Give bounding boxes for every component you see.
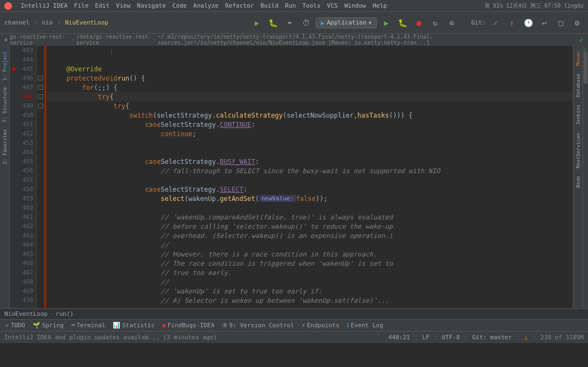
code-line-452: continue; bbox=[46, 129, 573, 138]
settings-button[interactable]: ⚙ bbox=[571, 16, 584, 29]
git-rollback-button[interactable]: ↩ bbox=[538, 16, 551, 29]
fold-455 bbox=[37, 157, 44, 166]
sidebar-right-database[interactable]: Database bbox=[574, 70, 582, 100]
menu-tools[interactable]: Tools bbox=[302, 2, 320, 9]
status-message[interactable]: IntelliJ IDEA and plugin updates availab… bbox=[4, 334, 217, 341]
tab-findbugs[interactable]: ● FindBugs-IDEA bbox=[159, 321, 218, 330]
menu-file[interactable]: File bbox=[74, 2, 89, 9]
sidebar-right-maven[interactable]: Maven bbox=[574, 48, 582, 69]
code-line-454 bbox=[46, 148, 573, 157]
sidebar-tab-project[interactable]: 1: Project bbox=[1, 48, 9, 84]
git-push-button[interactable]: ↑ bbox=[505, 16, 518, 29]
menu-help[interactable]: Help bbox=[372, 2, 387, 9]
update-button[interactable]: ⊙ bbox=[445, 16, 458, 29]
file-path-part1[interactable]: gs-reactive-rest-service bbox=[10, 34, 70, 46]
git-history-button[interactable]: 🕐 bbox=[522, 16, 535, 29]
fold-446[interactable]: - bbox=[37, 74, 44, 83]
line-469: 469 bbox=[10, 286, 36, 296]
code-line-463: // overhead. (Selector.wakeup() is an ex… bbox=[46, 231, 573, 240]
code-editor[interactable]: ; @Override protected void run() { for (… bbox=[46, 46, 573, 308]
breadcrumb-sep-2: › bbox=[57, 19, 61, 26]
fold-gutter: - - - - bbox=[37, 46, 45, 308]
reload-button[interactable]: ↻ bbox=[429, 16, 442, 29]
menu-refactor[interactable]: Refactor bbox=[225, 2, 254, 9]
run-button[interactable]: ▶ bbox=[250, 16, 264, 29]
sidebar-right-bean[interactable]: Bean bbox=[574, 173, 582, 191]
menu-run[interactable]: Run bbox=[285, 2, 296, 9]
tab-todo[interactable]: ✓ TODO bbox=[2, 321, 28, 330]
tab-eventlog[interactable]: ℹ Event Log bbox=[344, 321, 387, 330]
line-461: 461 bbox=[10, 212, 36, 222]
breadcrumb-class[interactable]: NioEventLoop bbox=[65, 19, 108, 26]
line-451: 451 bbox=[10, 120, 36, 129]
bottom-breadcrumb-class[interactable]: NioEventLoop bbox=[4, 310, 47, 317]
terminal-icon: ⌨ bbox=[71, 322, 75, 329]
status-encoding[interactable]: UTF-8 bbox=[442, 334, 460, 341]
sidebar-tab-favorites[interactable]: 2: Favorites bbox=[1, 126, 9, 168]
run-app-button[interactable]: ▶ bbox=[380, 16, 393, 29]
menu-view[interactable]: View bbox=[116, 2, 131, 9]
file-ok-checkmark: ✓ bbox=[579, 35, 584, 44]
menu-edit[interactable]: Edit bbox=[95, 2, 110, 9]
line-468: 468 bbox=[10, 277, 36, 286]
run-config-button[interactable]: ▶ Application ▼ bbox=[316, 17, 377, 28]
scrollbar[interactable]: ✓ bbox=[583, 46, 588, 308]
code-line-455: case SelectStrategy.BUSY_WAIT: bbox=[46, 157, 573, 166]
status-line-sep[interactable]: LF bbox=[422, 334, 430, 341]
endpoints-icon: ⚡ bbox=[302, 322, 305, 329]
fold-456 bbox=[37, 166, 44, 175]
tab-endpoints[interactable]: ⚡ Endpoints bbox=[298, 321, 342, 330]
menu-analyze[interactable]: Analyze bbox=[193, 2, 218, 9]
sidebar-right-jenkins[interactable]: Jenkins bbox=[574, 101, 582, 129]
menu-window[interactable]: Window bbox=[344, 2, 366, 9]
file-path-rest: ~/.m2/repository/io/netty/netty-transpor… bbox=[158, 34, 579, 46]
code-line-469: // 'wakenUp' is set to true too early if… bbox=[46, 286, 573, 296]
fold-449[interactable]: - bbox=[37, 101, 44, 111]
code-line-448: try { bbox=[46, 92, 573, 101]
debug-app-button[interactable]: 🐛 bbox=[396, 16, 409, 29]
fold-447[interactable]: - bbox=[37, 83, 44, 92]
scrollbar-thumb[interactable] bbox=[584, 51, 587, 84]
profile-button[interactable]: ⏱ bbox=[299, 16, 313, 29]
file-path-part2[interactable]: /data/gs-reactive-rest-service bbox=[76, 34, 152, 46]
status-git[interactable]: Git: master bbox=[472, 334, 512, 341]
code-line-445: @Override bbox=[46, 64, 573, 74]
status-bar: IntelliJ IDEA and plugin updates availab… bbox=[0, 331, 588, 343]
menu-vcs[interactable]: VCS bbox=[327, 2, 338, 9]
coverage-button[interactable]: ☂ bbox=[283, 16, 296, 29]
spring-icon: 🌱 bbox=[33, 322, 40, 329]
fold-448[interactable]: - bbox=[37, 92, 44, 101]
status-position[interactable]: 448:21 bbox=[388, 334, 410, 341]
git-commit-button[interactable]: ✓ bbox=[489, 16, 502, 29]
app-logo bbox=[4, 2, 12, 10]
menu-intellij[interactable]: IntelliJ IDEA bbox=[21, 2, 68, 9]
code-line-468: // bbox=[46, 277, 573, 286]
tab-vcs[interactable]: ⑨ 9: Version Control bbox=[219, 321, 297, 330]
code-line-449: try { bbox=[46, 101, 573, 111]
sidebar-tab-structure[interactable]: 7: Structure bbox=[1, 84, 9, 126]
line-445: 445 bbox=[10, 64, 36, 74]
code-line-465: // However, there is a race condition in… bbox=[46, 249, 573, 259]
endpoints-label: Endpoints bbox=[307, 322, 340, 329]
left-sidebar-tabs: 1: Project 7: Structure 2: Favorites bbox=[0, 46, 10, 308]
menu-code[interactable]: Code bbox=[173, 2, 187, 9]
debug-button[interactable]: 🐛 bbox=[267, 16, 280, 29]
vcs-icon: ⑨ bbox=[222, 322, 228, 329]
bookmark-button[interactable]: □ bbox=[554, 16, 567, 29]
tab-spring[interactable]: 🌱 Spring bbox=[29, 321, 67, 330]
menu-build[interactable]: Build bbox=[260, 2, 278, 9]
fold-469 bbox=[37, 286, 44, 296]
menu-navigate[interactable]: Navigate bbox=[137, 2, 166, 9]
fold-459 bbox=[37, 194, 44, 203]
code-line-462: // before calling 'selector.wakeup()' to… bbox=[46, 222, 573, 231]
line-470: 470 bbox=[10, 296, 36, 305]
tab-terminal[interactable]: ⌨ Terminal bbox=[68, 321, 109, 330]
code-line-470: // A) Selector is woken up between 'wake… bbox=[46, 296, 573, 305]
bottom-breadcrumb-method[interactable]: run() bbox=[56, 310, 74, 317]
stop-button[interactable]: ■ bbox=[413, 16, 426, 29]
code-line-460 bbox=[46, 203, 573, 212]
breadcrumb-nio[interactable]: nio bbox=[42, 19, 53, 26]
tab-statistic[interactable]: 📊 Statistic bbox=[109, 321, 158, 330]
breadcrumb-channel[interactable]: channel bbox=[4, 19, 29, 26]
sidebar-right-restservices[interactable]: RestServices bbox=[574, 130, 582, 172]
